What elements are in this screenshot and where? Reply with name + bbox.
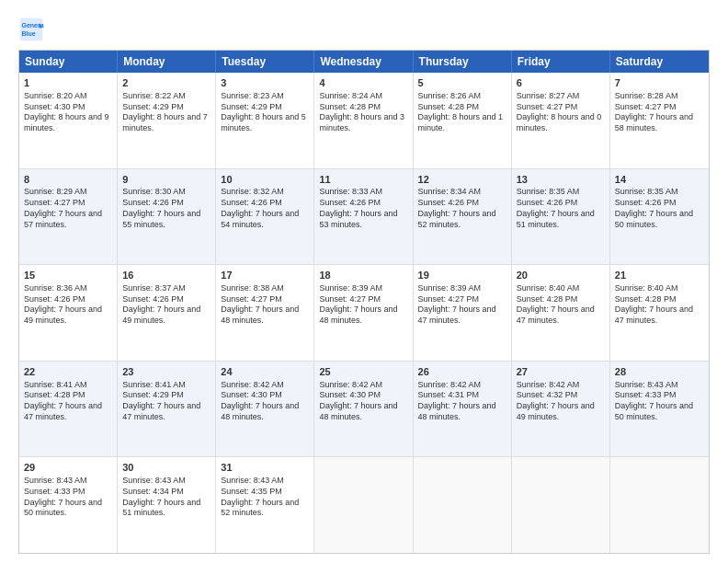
day-cell-4: 4Sunrise: 8:24 AMSunset: 4:28 PMDaylight… [314,73,413,168]
day-number: 5 [418,76,506,90]
day-number: 21 [615,269,704,282]
cell-info: Sunrise: 8:22 AMSunset: 4:29 PMDaylight:… [122,91,210,134]
day-cell-15: 15Sunrise: 8:36 AMSunset: 4:26 PMDayligh… [19,265,118,361]
day-number: 24 [221,365,309,379]
day-cell-14: 14Sunrise: 8:35 AMSunset: 4:26 PMDayligh… [610,169,709,265]
cell-info: Sunrise: 8:43 AMSunset: 4:34 PMDaylight:… [122,476,210,519]
day-number: 18 [319,269,407,282]
day-number: 26 [418,365,506,379]
page: General Blue SundayMondayTuesdayWednesda… [0,0,728,563]
day-number: 10 [221,173,309,187]
cell-info: Sunrise: 8:32 AMSunset: 4:26 PMDaylight:… [221,187,309,230]
day-number: 15 [24,269,112,282]
day-cell-30: 30Sunrise: 8:43 AMSunset: 4:34 PMDayligh… [118,457,216,553]
cell-info: Sunrise: 8:20 AMSunset: 4:30 PMDaylight:… [24,91,112,134]
cell-info: Sunrise: 8:42 AMSunset: 4:30 PMDaylight:… [319,380,407,423]
cell-info: Sunrise: 8:41 AMSunset: 4:29 PMDaylight:… [122,380,210,423]
day-cell-13: 13Sunrise: 8:35 AMSunset: 4:26 PMDayligh… [512,169,610,265]
day-number: 19 [418,269,506,282]
day-number: 17 [221,269,309,282]
header-day-saturday: Saturday [610,51,709,73]
cell-info: Sunrise: 8:43 AMSunset: 4:33 PMDaylight:… [24,476,112,519]
day-cell-26: 26Sunrise: 8:42 AMSunset: 4:31 PMDayligh… [414,362,512,457]
day-number: 28 [615,365,704,379]
day-cell-3: 3Sunrise: 8:23 AMSunset: 4:29 PMDaylight… [216,73,314,168]
calendar-row-4: 22Sunrise: 8:41 AMSunset: 4:28 PMDayligh… [19,361,709,457]
day-cell-29: 29Sunrise: 8:43 AMSunset: 4:33 PMDayligh… [19,457,118,553]
day-number: 29 [24,461,112,475]
header-day-wednesday: Wednesday [314,51,413,73]
header-day-monday: Monday [118,51,216,73]
header-day-friday: Friday [512,51,610,73]
cell-info: Sunrise: 8:28 AMSunset: 4:27 PMDaylight:… [615,91,704,134]
day-cell-16: 16Sunrise: 8:37 AMSunset: 4:26 PMDayligh… [118,265,216,361]
empty-cell [512,457,610,553]
day-number: 11 [319,173,407,187]
cell-info: Sunrise: 8:26 AMSunset: 4:28 PMDaylight:… [418,91,506,134]
day-cell-25: 25Sunrise: 8:42 AMSunset: 4:30 PMDayligh… [314,362,413,457]
empty-cell [314,457,413,553]
day-cell-12: 12Sunrise: 8:34 AMSunset: 4:26 PMDayligh… [414,169,512,265]
cell-info: Sunrise: 8:36 AMSunset: 4:26 PMDaylight:… [24,283,112,327]
day-cell-28: 28Sunrise: 8:43 AMSunset: 4:33 PMDayligh… [610,362,709,457]
empty-cell [610,457,709,553]
calendar-body: 1Sunrise: 8:20 AMSunset: 4:30 PMDaylight… [19,73,709,553]
cell-info: Sunrise: 8:40 AMSunset: 4:28 PMDaylight:… [517,283,605,327]
day-cell-27: 27Sunrise: 8:42 AMSunset: 4:32 PMDayligh… [512,362,610,457]
day-number: 23 [122,365,210,379]
cell-info: Sunrise: 8:27 AMSunset: 4:27 PMDaylight:… [517,91,605,134]
cell-info: Sunrise: 8:42 AMSunset: 4:32 PMDaylight:… [517,380,605,423]
cell-info: Sunrise: 8:43 AMSunset: 4:33 PMDaylight:… [615,380,704,423]
day-number: 31 [221,461,309,475]
day-number: 1 [24,76,112,90]
day-number: 16 [122,269,210,282]
day-cell-22: 22Sunrise: 8:41 AMSunset: 4:28 PMDayligh… [19,362,118,457]
day-number: 7 [615,76,704,90]
day-number: 13 [517,173,605,187]
day-number: 14 [615,173,704,187]
cell-info: Sunrise: 8:42 AMSunset: 4:30 PMDaylight:… [221,380,309,423]
day-number: 27 [517,365,605,379]
cell-info: Sunrise: 8:40 AMSunset: 4:28 PMDaylight:… [615,283,704,327]
header-day-tuesday: Tuesday [216,51,314,73]
cell-info: Sunrise: 8:38 AMSunset: 4:27 PMDaylight:… [221,283,309,327]
cell-info: Sunrise: 8:41 AMSunset: 4:28 PMDaylight:… [24,380,112,423]
day-number: 12 [418,173,506,187]
cell-info: Sunrise: 8:37 AMSunset: 4:26 PMDaylight:… [122,283,210,327]
day-cell-7: 7Sunrise: 8:28 AMSunset: 4:27 PMDaylight… [610,73,709,168]
cell-info: Sunrise: 8:35 AMSunset: 4:26 PMDaylight:… [615,187,704,230]
calendar: SundayMondayTuesdayWednesdayThursdayFrid… [18,50,710,554]
cell-info: Sunrise: 8:42 AMSunset: 4:31 PMDaylight:… [418,380,506,423]
day-cell-5: 5Sunrise: 8:26 AMSunset: 4:28 PMDaylight… [414,73,512,168]
cell-info: Sunrise: 8:35 AMSunset: 4:26 PMDaylight:… [517,187,605,230]
logo-icon: General Blue [18,17,44,42]
day-cell-11: 11Sunrise: 8:33 AMSunset: 4:26 PMDayligh… [314,169,413,265]
day-cell-31: 31Sunrise: 8:43 AMSunset: 4:35 PMDayligh… [216,457,314,553]
header-day-thursday: Thursday [414,51,512,73]
day-number: 2 [122,76,210,90]
header-day-sunday: Sunday [19,51,118,73]
day-cell-19: 19Sunrise: 8:39 AMSunset: 4:27 PMDayligh… [414,265,512,361]
cell-info: Sunrise: 8:39 AMSunset: 4:27 PMDaylight:… [319,283,407,327]
cell-info: Sunrise: 8:43 AMSunset: 4:35 PMDaylight:… [221,476,309,519]
day-cell-21: 21Sunrise: 8:40 AMSunset: 4:28 PMDayligh… [610,265,709,361]
cell-info: Sunrise: 8:30 AMSunset: 4:26 PMDaylight:… [122,187,210,230]
day-number: 22 [24,365,112,379]
day-number: 3 [221,76,309,90]
day-number: 20 [517,269,605,282]
day-cell-2: 2Sunrise: 8:22 AMSunset: 4:29 PMDaylight… [118,73,216,168]
day-number: 8 [24,173,112,187]
day-cell-20: 20Sunrise: 8:40 AMSunset: 4:28 PMDayligh… [512,265,610,361]
cell-info: Sunrise: 8:33 AMSunset: 4:26 PMDaylight:… [319,187,407,230]
cell-info: Sunrise: 8:34 AMSunset: 4:26 PMDaylight:… [418,187,506,230]
calendar-row-3: 15Sunrise: 8:36 AMSunset: 4:26 PMDayligh… [19,264,709,361]
calendar-row-1: 1Sunrise: 8:20 AMSunset: 4:30 PMDaylight… [19,73,709,168]
day-cell-24: 24Sunrise: 8:42 AMSunset: 4:30 PMDayligh… [216,362,314,457]
cell-info: Sunrise: 8:24 AMSunset: 4:28 PMDaylight:… [319,91,407,134]
day-cell-10: 10Sunrise: 8:32 AMSunset: 4:26 PMDayligh… [216,169,314,265]
day-number: 6 [517,76,605,90]
day-number: 25 [319,365,407,379]
header: General Blue [18,17,710,42]
calendar-row-2: 8Sunrise: 8:29 AMSunset: 4:27 PMDaylight… [19,168,709,265]
day-number: 9 [122,173,210,187]
